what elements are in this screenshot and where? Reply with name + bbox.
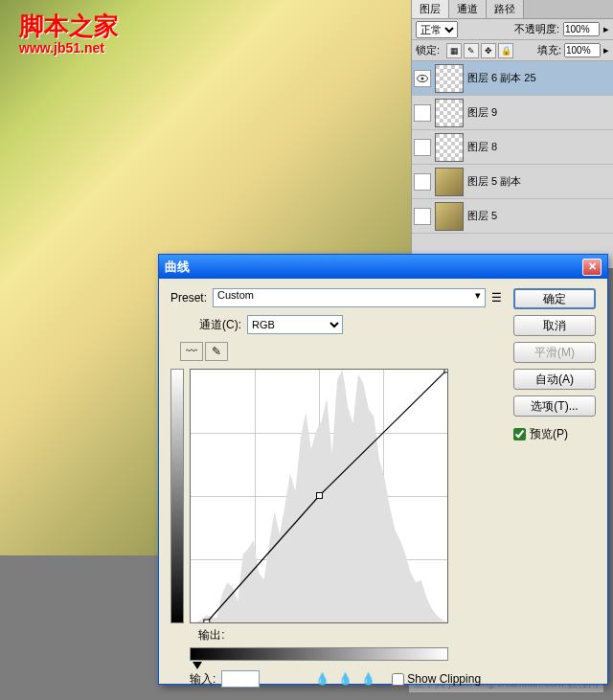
smooth-button[interactable]: 平滑(M) — [513, 342, 596, 363]
white-eyedropper-icon[interactable]: 💧 — [359, 670, 376, 688]
black-point-slider[interactable] — [193, 662, 202, 669]
preset-select[interactable]: Custom▾ — [213, 288, 486, 307]
visibility-toggle[interactable] — [414, 70, 431, 87]
auto-button[interactable]: 自动(A) — [513, 369, 596, 390]
layers-list: 图层 6 副本 25 图层 9 图层 8 图层 5 副本 图层 5 — [412, 61, 613, 234]
chevron-down-icon[interactable]: ▸ — [603, 44, 609, 56]
svg-point-1 — [421, 77, 424, 79]
layer-row[interactable]: 图层 5 — [412, 199, 613, 234]
curves-dialog: 曲线 ✕ Preset: Custom▾ ☰ 通道(C): RGB 〰 ✎ — [158, 254, 608, 685]
opacity-label: 不透明度: — [514, 22, 559, 36]
fill-label: 填充: — [537, 43, 561, 57]
input-value[interactable] — [221, 670, 260, 688]
dialog-titlebar[interactable]: 曲线 ✕ — [159, 255, 607, 279]
show-clipping-row[interactable]: Show Clipping — [392, 672, 481, 686]
gray-eyedropper-icon[interactable]: 💧 — [336, 670, 353, 688]
layer-name[interactable]: 图层 6 副本 25 — [467, 71, 611, 85]
tab-paths[interactable]: 路径 — [487, 0, 524, 18]
layer-row[interactable]: 图层 5 副本 — [412, 165, 613, 199]
lock-transparent-icon[interactable]: ▦ — [446, 43, 462, 58]
chevron-down-icon[interactable]: ▸ — [603, 23, 609, 35]
dialog-title: 曲线 — [165, 259, 190, 276]
preset-menu-icon[interactable]: ☰ — [491, 291, 502, 305]
watermark-url: www.jb51.net — [19, 40, 104, 56]
layer-thumbnail[interactable] — [435, 202, 464, 231]
visibility-toggle[interactable] — [414, 104, 431, 122]
channel-label: 通道(C): — [199, 317, 241, 333]
options-button[interactable]: 选项(T)... — [513, 395, 596, 417]
output-label: 输出: — [0, 627, 502, 644]
histogram — [191, 370, 447, 622]
opacity-input[interactable] — [563, 22, 600, 36]
visibility-toggle[interactable] — [414, 208, 431, 225]
layer-row[interactable]: 图层 9 — [412, 96, 613, 130]
pencil-tool-icon[interactable]: ✎ — [205, 342, 228, 361]
lock-brush-icon[interactable]: ✎ — [464, 43, 479, 58]
lock-label: 锁定: — [416, 43, 440, 57]
layer-row[interactable]: 图层 8 — [412, 130, 613, 165]
lock-all-icon[interactable]: 🔒 — [498, 43, 513, 58]
layer-name[interactable]: 图层 5 — [467, 209, 611, 223]
lock-row: 锁定: ▦ ✎ ✥ 🔒 填充: ▸ — [412, 40, 613, 61]
black-eyedropper-icon[interactable]: 💧 — [313, 670, 330, 688]
input-label: 输入: — [190, 671, 216, 688]
watermark-title: 脚本之家 — [19, 10, 119, 43]
ok-button[interactable]: 确定 — [513, 288, 596, 309]
show-clipping-checkbox[interactable] — [392, 673, 404, 686]
layer-row[interactable]: 图层 6 副本 25 — [412, 61, 613, 96]
layer-name[interactable]: 图层 5 副本 — [467, 174, 611, 189]
blend-row: 正常 不透明度: ▸ — [412, 19, 613, 40]
visibility-toggle[interactable] — [414, 173, 431, 191]
cancel-button[interactable]: 取消 — [513, 315, 596, 336]
preset-label: Preset: — [170, 291, 207, 305]
layer-name[interactable]: 图层 9 — [467, 105, 611, 120]
layer-thumbnail[interactable] — [435, 168, 464, 196]
layers-panel: 图层 通道 路径 正常 不透明度: ▸ 锁定: ▦ ✎ ✥ 🔒 填充: ▸ 图层… — [411, 0, 613, 268]
blend-mode-select[interactable]: 正常 — [416, 21, 458, 38]
preview-checkbox[interactable] — [513, 428, 526, 440]
visibility-toggle[interactable] — [414, 139, 431, 156]
preview-row[interactable]: 预览(P) — [513, 426, 596, 442]
tab-layers[interactable]: 图层 — [412, 0, 449, 18]
curve-tool-icon[interactable]: 〰 — [180, 342, 203, 361]
fill-input[interactable] — [564, 43, 601, 57]
layer-thumbnail[interactable] — [435, 133, 464, 162]
layer-thumbnail[interactable] — [435, 64, 464, 93]
panel-tabs: 图层 通道 路径 — [412, 0, 613, 19]
output-gradient — [170, 369, 184, 623]
tab-channels[interactable]: 通道 — [449, 0, 487, 18]
lock-move-icon[interactable]: ✥ — [481, 43, 496, 58]
layer-thumbnail[interactable] — [435, 99, 464, 127]
layer-name[interactable]: 图层 8 — [467, 140, 611, 154]
close-icon[interactable]: ✕ — [582, 259, 602, 276]
channel-select[interactable]: RGB — [247, 315, 343, 334]
input-gradient — [190, 647, 448, 661]
curve-grid[interactable] — [190, 369, 448, 623]
